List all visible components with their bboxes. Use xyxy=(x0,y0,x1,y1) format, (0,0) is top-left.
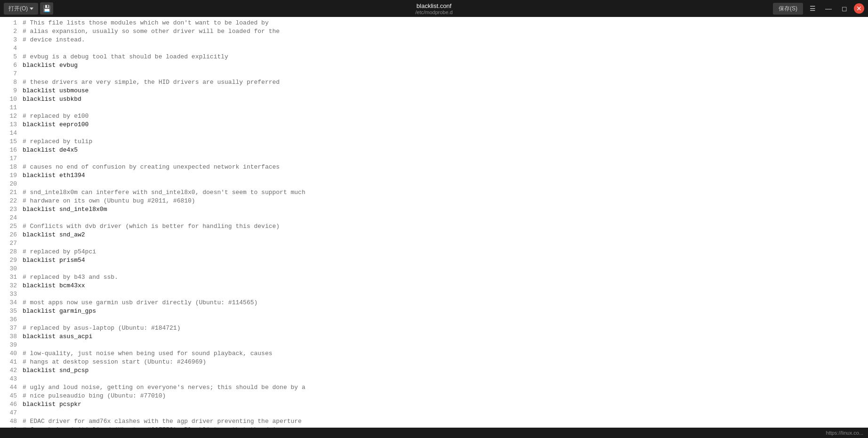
line-content: blacklist garmin_gps xyxy=(23,307,96,316)
line-14: 14 xyxy=(0,129,868,138)
line-content: blacklist snd_aw2 xyxy=(23,231,85,239)
line-number: 41 xyxy=(4,358,17,366)
titlebar-left: 打开(O) 💾 xyxy=(4,2,53,15)
line-number: 11 xyxy=(4,104,17,112)
line-content: blacklist pcspkr xyxy=(23,400,81,409)
line-48: 48# EDAC driver for amd76x clashes with … xyxy=(0,417,868,426)
statusbar: https://linux.co... xyxy=(0,428,868,438)
save-button[interactable]: 保存(S) xyxy=(773,3,803,15)
line-11: 11 xyxy=(0,104,868,112)
line-40: 40# low-quality, just noise when being u… xyxy=(0,349,868,358)
line-31: 31# replaced by b43 and ssb. xyxy=(0,273,868,282)
line-number: 28 xyxy=(4,248,17,256)
minimize-button[interactable]: — xyxy=(822,2,835,15)
line-8: 8# these drivers are very simple, the HI… xyxy=(0,78,868,87)
file-path: /etc/modprobe.d xyxy=(415,9,453,15)
line-content: # low-quality, just noise when being use… xyxy=(23,349,273,358)
line-number: 30 xyxy=(4,265,17,273)
line-content: # device instead. xyxy=(23,36,85,44)
line-content: blacklist de4x5 xyxy=(23,146,78,154)
line-content: # This file lists those modules which we… xyxy=(23,19,269,27)
line-43: 43 xyxy=(0,375,868,383)
line-number: 18 xyxy=(4,163,17,171)
maximize-button[interactable]: ◻ xyxy=(838,2,851,15)
open-button[interactable]: 打开(O) xyxy=(4,3,38,15)
line-content: # hangs at desktop session start (Ubuntu… xyxy=(23,358,206,366)
line-10: 10blacklist usbkbd xyxy=(0,95,868,104)
line-number: 12 xyxy=(4,112,17,121)
line-28: 28# replaced by p54pci xyxy=(0,248,868,256)
line-number: 46 xyxy=(4,400,17,409)
line-number: 47 xyxy=(4,409,17,417)
line-number: 32 xyxy=(4,282,17,290)
line-number: 22 xyxy=(4,197,17,205)
line-content: # replaced by p54pci xyxy=(23,248,96,256)
line-number: 25 xyxy=(4,222,17,231)
line-34: 34# most apps now use garmin usb driver … xyxy=(0,299,868,307)
line-content: # snd_intel8x0m can interfere with snd_i… xyxy=(23,188,305,197)
line-content: # replaced by asus-laptop (Ubuntu: #1847… xyxy=(23,324,180,333)
titlebar: 打开(O) 💾 blacklist.conf /etc/modprobe.d 保… xyxy=(0,0,868,17)
line-9: 9blacklist usbmouse xyxy=(0,87,868,95)
line-number: 38 xyxy=(4,333,17,341)
save-file-icon-button[interactable]: 💾 xyxy=(40,2,53,15)
line-content: blacklist asus_acpi xyxy=(23,333,92,341)
line-42: 42blacklist snd_pcsp xyxy=(0,366,868,375)
line-number: 35 xyxy=(4,307,17,316)
line-content: # causes no end of confusion by creating… xyxy=(23,163,280,171)
line-number: 39 xyxy=(4,341,17,349)
line-15: 15# replaced by tulip xyxy=(0,138,868,146)
line-7: 7 xyxy=(0,70,868,78)
line-44: 44# ugly and loud noise, getting on ever… xyxy=(0,383,868,392)
line-27: 27 xyxy=(0,239,868,248)
line-content: blacklist usbkbd xyxy=(23,95,81,104)
line-6: 6blacklist evbug xyxy=(0,61,868,70)
line-number: 17 xyxy=(4,154,17,163)
line-number: 33 xyxy=(4,290,17,299)
line-39: 39 xyxy=(0,341,868,349)
line-35: 35blacklist garmin_gps xyxy=(0,307,868,316)
line-number: 37 xyxy=(4,324,17,333)
menu-button[interactable]: ☰ xyxy=(806,2,819,15)
line-12: 12# replaced by e100 xyxy=(0,112,868,121)
line-18: 18# causes no end of confusion by creati… xyxy=(0,163,868,171)
line-number: 40 xyxy=(4,349,17,358)
line-29: 29blacklist prism54 xyxy=(0,256,868,265)
line-36: 36 xyxy=(0,316,868,324)
line-47: 47 xyxy=(0,409,868,417)
line-number: 2 xyxy=(4,27,17,36)
line-number: 19 xyxy=(4,171,17,180)
line-26: 26blacklist snd_aw2 xyxy=(0,231,868,239)
editor-area[interactable]: 1# This file lists those modules which w… xyxy=(0,17,868,428)
line-number: 45 xyxy=(4,392,17,400)
line-content: blacklist snd_intel8x0m xyxy=(23,205,107,214)
line-23: 23blacklist snd_intel8x0m xyxy=(0,205,868,214)
line-number: 16 xyxy=(4,146,17,154)
line-content: # replaced by b43 and ssb. xyxy=(23,273,118,282)
close-button[interactable]: ✕ xyxy=(854,3,864,14)
line-number: 9 xyxy=(4,87,17,95)
line-1: 1# This file lists those modules which w… xyxy=(0,19,868,27)
line-37: 37# replaced by asus-laptop (Ubuntu: #18… xyxy=(0,324,868,333)
line-content: blacklist snd_pcsp xyxy=(23,366,88,375)
line-content: # hardware on its own (Ubuntu bug #2011,… xyxy=(23,197,195,205)
line-number: 29 xyxy=(4,256,17,265)
line-30: 30 xyxy=(0,265,868,273)
line-content: # alias expansion, usually so some other… xyxy=(23,27,280,36)
titlebar-right: 保存(S) ☰ — ◻ ✕ xyxy=(773,2,864,15)
line-number: 5 xyxy=(4,53,17,61)
line-number: 43 xyxy=(4,375,17,383)
open-label: 打开(O) xyxy=(8,5,28,13)
line-19: 19blacklist eth1394 xyxy=(0,171,868,180)
line-45: 45# nice pulseaudio bing (Ubuntu: #77010… xyxy=(0,392,868,400)
titlebar-center: blacklist.conf /etc/modprobe.d xyxy=(415,2,453,15)
line-number: 21 xyxy=(4,188,17,197)
line-32: 32blacklist bcm43xx xyxy=(0,282,868,290)
line-content: blacklist prism54 xyxy=(23,256,85,265)
line-41: 41# hangs at desktop session start (Ubun… xyxy=(0,358,868,366)
line-number: 1 xyxy=(4,19,17,27)
line-number: 13 xyxy=(4,121,17,129)
line-number: 44 xyxy=(4,383,17,392)
line-17: 17 xyxy=(0,154,868,163)
line-number: 24 xyxy=(4,214,17,222)
